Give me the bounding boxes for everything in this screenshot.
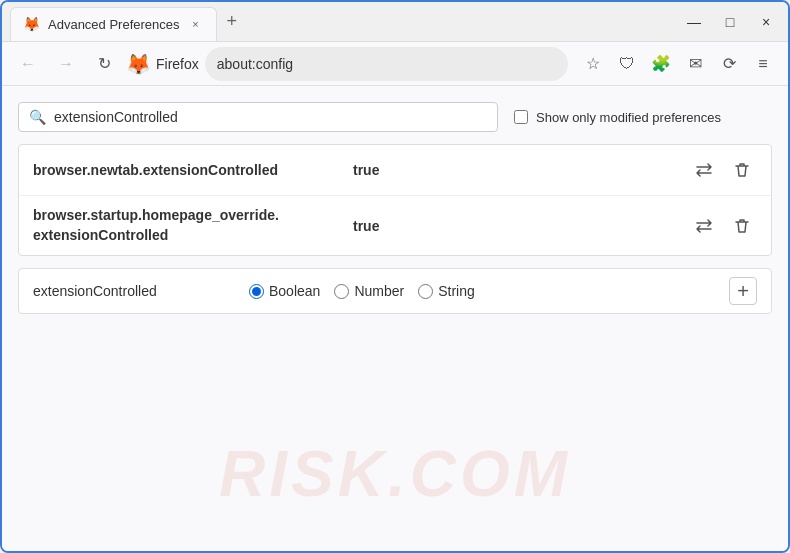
search-bar: 🔍 Show only modified preferences	[18, 102, 772, 132]
pref-name-2: browser.startup.homepage_override. exten…	[33, 206, 353, 245]
show-modified-checkbox[interactable]	[514, 110, 528, 124]
add-pref-row: extensionControlled Boolean Number Strin…	[18, 268, 772, 314]
watermark: RISK.COM	[219, 437, 571, 511]
new-tab-button[interactable]: +	[221, 11, 244, 32]
browser-name: Firefox	[156, 56, 199, 72]
trash-icon	[733, 161, 751, 179]
browser-tab[interactable]: 🦊 Advanced Preferences ×	[10, 7, 217, 41]
delete-button-1[interactable]	[727, 155, 757, 185]
swap-icon	[695, 161, 713, 179]
toggle-button-2[interactable]	[689, 211, 719, 241]
tab-close-button[interactable]: ×	[188, 16, 204, 32]
window-controls: — □ ×	[680, 8, 780, 36]
back-button[interactable]: ←	[12, 48, 44, 80]
table-row: browser.newtab.extensionControlled true	[19, 145, 771, 196]
toggle-button-1[interactable]	[689, 155, 719, 185]
trash-icon	[733, 217, 751, 235]
tab-favicon: 🦊	[23, 16, 40, 32]
pref-value-1: true	[353, 162, 689, 178]
title-bar: 🦊 Advanced Preferences × + — □ ×	[2, 2, 788, 42]
nav-bar: ← → ↻ 🦊 Firefox about:config ☆ 🛡 🧩 ✉ ⟳ ≡	[2, 42, 788, 86]
show-modified-label[interactable]: Show only modified preferences	[514, 110, 721, 125]
search-input-wrapper: 🔍	[18, 102, 498, 132]
pref-value-2: true	[353, 218, 689, 234]
table-row: browser.startup.homepage_override. exten…	[19, 196, 771, 255]
radio-number-option[interactable]: Number	[334, 283, 404, 299]
menu-button[interactable]: ≡	[748, 49, 778, 79]
search-input[interactable]	[54, 109, 487, 125]
close-button[interactable]: ×	[752, 8, 780, 36]
radio-string-option[interactable]: String	[418, 283, 475, 299]
reload-button[interactable]: ↻	[88, 48, 120, 80]
address-text: about:config	[217, 56, 293, 72]
results-table: browser.newtab.extensionControlled true	[18, 144, 772, 256]
address-bar[interactable]: about:config	[205, 47, 568, 81]
content-area: RISK.COM 🔍 Show only modified preference…	[2, 86, 788, 551]
radio-string[interactable]	[418, 284, 433, 299]
radio-group: Boolean Number String	[249, 283, 713, 299]
sync-button[interactable]: ⟳	[714, 49, 744, 79]
radio-number-label: Number	[354, 283, 404, 299]
add-pref-button[interactable]: +	[729, 277, 757, 305]
search-icon: 🔍	[29, 109, 46, 125]
extension-button[interactable]: 🧩	[646, 49, 676, 79]
radio-string-label: String	[438, 283, 475, 299]
bookmark-button[interactable]: ☆	[578, 49, 608, 79]
tab-title: Advanced Preferences	[48, 17, 180, 32]
radio-boolean-option[interactable]: Boolean	[249, 283, 320, 299]
firefox-icon: 🦊	[126, 52, 150, 76]
minimize-button[interactable]: —	[680, 8, 708, 36]
pref-name-1: browser.newtab.extensionControlled	[33, 162, 353, 178]
radio-number[interactable]	[334, 284, 349, 299]
delete-button-2[interactable]	[727, 211, 757, 241]
shield-button[interactable]: 🛡	[612, 49, 642, 79]
swap-icon	[695, 217, 713, 235]
row-actions-2	[689, 211, 757, 241]
nav-icons: ☆ 🛡 🧩 ✉ ⟳ ≡	[578, 49, 778, 79]
forward-button[interactable]: →	[50, 48, 82, 80]
show-modified-text: Show only modified preferences	[536, 110, 721, 125]
new-pref-name: extensionControlled	[33, 283, 233, 299]
maximize-button[interactable]: □	[716, 8, 744, 36]
radio-boolean[interactable]	[249, 284, 264, 299]
browser-window: 🦊 Advanced Preferences × + — □ × ← → ↻ 🦊…	[0, 0, 790, 553]
email-button[interactable]: ✉	[680, 49, 710, 79]
radio-boolean-label: Boolean	[269, 283, 320, 299]
row-actions-1	[689, 155, 757, 185]
